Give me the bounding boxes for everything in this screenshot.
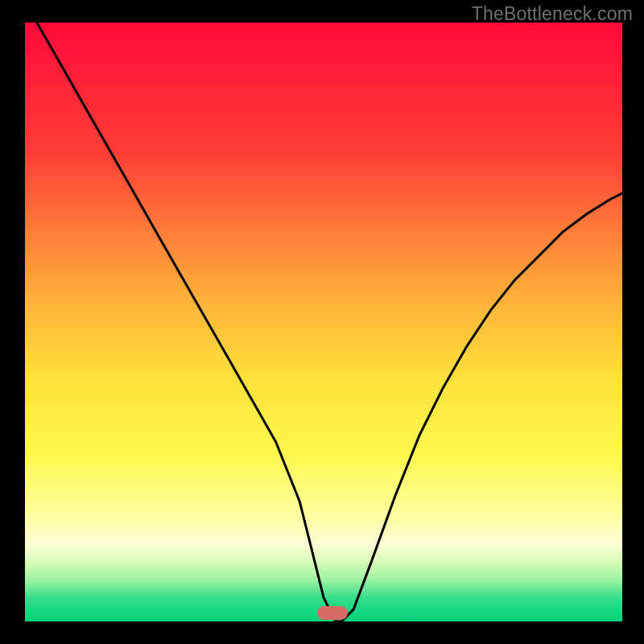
watermark: TheBottleneck.com <box>472 3 633 25</box>
curve-path <box>37 23 622 621</box>
bottleneck-curve <box>25 23 622 621</box>
optimum-marker <box>317 606 348 620</box>
chart-frame: TheBottleneck.com <box>0 0 644 644</box>
plot-area <box>25 23 622 621</box>
